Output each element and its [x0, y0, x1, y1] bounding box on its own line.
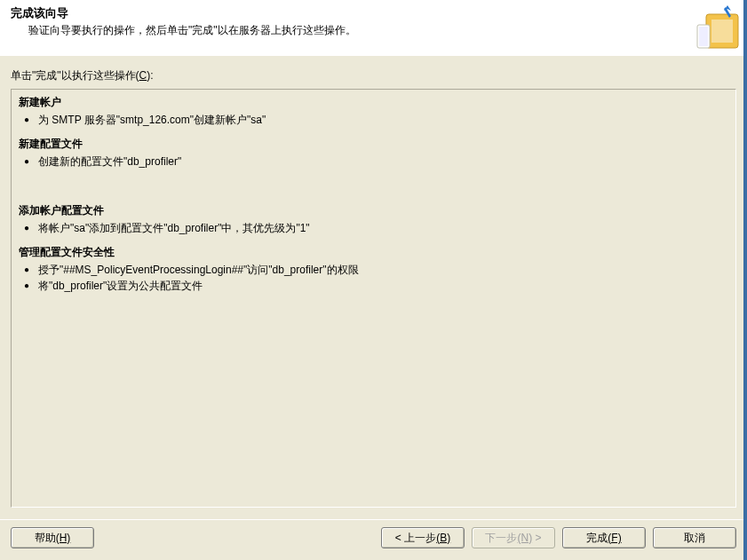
- next-suffix: >: [532, 532, 541, 544]
- finish-label: 完成: [586, 532, 608, 544]
- cancel-label: 取消: [684, 532, 705, 544]
- section-title: 新建配置文件: [19, 137, 728, 152]
- section-items: 创建新的配置文件"db_profiler": [19, 154, 728, 170]
- section-gap: [19, 178, 728, 200]
- next-mnemonic: (N): [517, 532, 532, 544]
- footer-right: < 上一步(B) 下一步(N) > 完成(F) 取消: [381, 527, 736, 548]
- section-title: 管理配置文件安全性: [19, 245, 728, 260]
- svg-rect-3: [699, 27, 708, 46]
- wizard-page: 完成该向导 验证向导要执行的操作，然后单击"完成"以在服务器上执行这些操作。 单…: [0, 0, 747, 560]
- instruction-suffix: ):: [147, 69, 153, 82]
- finish-button[interactable]: 完成(F): [562, 527, 646, 548]
- section-items: 授予"##MS_PolicyEventProcessingLogin##"访问"…: [19, 262, 728, 294]
- back-button[interactable]: < 上一步(B): [381, 527, 465, 548]
- help-button[interactable]: 帮助(H): [11, 527, 94, 548]
- section-title: 新建帐户: [19, 95, 728, 110]
- section-title: 添加帐户配置文件: [19, 203, 728, 218]
- actions-listbox[interactable]: 新建帐户为 SMTP 服务器"smtp_126.com"创建新帐户"sa"新建配…: [11, 89, 736, 508]
- section-items: 将帐户"sa"添加到配置文件"db_profiler"中，其优先级为"1": [19, 220, 728, 236]
- section-items: 为 SMTP 服务器"smtp_126.com"创建新帐户"sa": [19, 112, 728, 128]
- next-button: 下一步(N) >: [472, 527, 555, 548]
- wizard-icon: [688, 2, 742, 51]
- list-item: 将"db_profiler"设置为公共配置文件: [38, 278, 728, 294]
- list-item: 为 SMTP 服务器"smtp_126.com"创建新帐户"sa": [38, 112, 728, 128]
- back-mnemonic: (B): [436, 532, 450, 544]
- right-border-accent: [743, 0, 747, 560]
- finish-mnemonic: (F): [608, 532, 621, 544]
- instruction-prefix: 单击"完成"以执行这些操作(: [11, 69, 139, 82]
- back-label: < 上一步: [395, 532, 436, 544]
- help-mnemonic: (H): [56, 532, 71, 544]
- instruction-mnemonic: C: [139, 69, 147, 82]
- list-item: 将帐户"sa"添加到配置文件"db_profiler"中，其优先级为"1": [38, 220, 728, 236]
- help-label: 帮助: [35, 532, 56, 544]
- footer-left: 帮助(H): [11, 527, 94, 548]
- header-title: 完成该向导: [11, 5, 736, 21]
- instruction-text: 单击"完成"以执行这些操作(C):: [11, 68, 736, 83]
- header-subtitle: 验证向导要执行的操作，然后单击"完成"以在服务器上执行这些操作。: [28, 23, 736, 38]
- next-label: 下一步: [485, 532, 517, 544]
- wizard-footer: 帮助(H) < 上一步(B) 下一步(N) > 完成(F) 取消: [0, 519, 747, 560]
- list-item: 创建新的配置文件"db_profiler": [38, 154, 728, 170]
- wizard-header: 完成该向导 验证向导要执行的操作，然后单击"完成"以在服务器上执行这些操作。: [0, 0, 747, 55]
- list-item: 授予"##MS_PolicyEventProcessingLogin##"访问"…: [38, 262, 728, 278]
- svg-rect-1: [711, 20, 733, 43]
- cancel-button[interactable]: 取消: [653, 527, 736, 548]
- wizard-body: 单击"完成"以执行这些操作(C): 新建帐户为 SMTP 服务器"smtp_12…: [0, 56, 747, 508]
